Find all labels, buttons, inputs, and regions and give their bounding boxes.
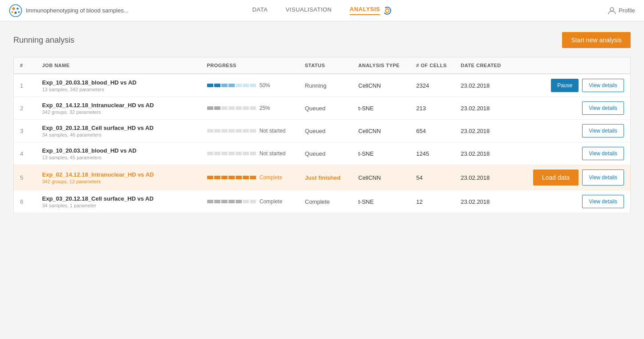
row-actions-cell: View details xyxy=(508,97,631,120)
row-num: 4 xyxy=(14,142,36,165)
progress-segment xyxy=(236,106,242,110)
progress-label: Complete xyxy=(260,174,286,181)
progress-segment xyxy=(236,129,242,133)
progress-segment xyxy=(214,176,220,179)
progress-label: 50% xyxy=(260,82,286,89)
row-actions: View details xyxy=(514,124,624,137)
progress-segment xyxy=(214,106,220,110)
row-job-name-cell: Exp_02_14.12.18_Intranuclear_HD vs AD 34… xyxy=(36,97,201,120)
row-actions-cell: View details xyxy=(508,120,631,142)
progress-wrapper: Complete xyxy=(207,198,293,205)
row-progress-cell: 25% xyxy=(201,97,299,120)
col-header-actions xyxy=(508,57,631,74)
row-actions: Load dataView details xyxy=(514,170,624,186)
progress-wrapper: Not started xyxy=(207,128,293,134)
job-name: Exp_10_20.03.18_blood_HD vs AD xyxy=(42,147,195,154)
progress-segment xyxy=(250,152,256,155)
row-actions: View details xyxy=(514,101,624,115)
start-new-analysis-button[interactable]: Start new analysis xyxy=(562,32,631,48)
row-type-cell: t-SNE xyxy=(352,190,410,213)
progress-bar xyxy=(207,84,256,87)
progress-segment xyxy=(228,152,235,155)
progress-segment xyxy=(221,176,228,179)
brand: Immunophenotyping of blood samples... xyxy=(9,4,129,17)
row-actions-cell: View details xyxy=(508,190,631,213)
progress-segment xyxy=(214,129,220,133)
progress-bar xyxy=(207,152,256,155)
svg-point-0 xyxy=(10,4,22,16)
table-row: 1 Exp_10_20.03.18_blood_HD vs AD 13 samp… xyxy=(14,74,631,97)
view-details-button[interactable]: View details xyxy=(582,147,624,160)
row-date-cell: 23.02.2018 xyxy=(455,142,508,165)
nav-analysis[interactable]: ANALYSIS xyxy=(350,6,380,15)
row-num: 2 xyxy=(14,97,36,120)
nav-data[interactable]: DATA xyxy=(252,6,268,15)
progress-segment xyxy=(236,176,242,179)
row-date-cell: 23.02.2018 xyxy=(455,165,508,190)
table-row: 3 Exp_03_20.12.18_Cell surface_HD vs AD … xyxy=(14,120,631,142)
row-status-cell: Queued xyxy=(299,97,352,120)
progress-segment xyxy=(243,152,249,155)
svg-point-1 xyxy=(12,7,15,10)
table-row: 4 Exp_10_20.03.18_blood_HD vs AD 13 samp… xyxy=(14,142,631,165)
row-cells-cell: 1245 xyxy=(410,142,455,165)
row-cells-cell: 654 xyxy=(410,120,455,142)
job-name: Exp_03_20.12.18_Cell surface_HD vs AD xyxy=(42,195,195,202)
row-status-cell: Queued xyxy=(299,120,352,142)
profile-label: Profile xyxy=(619,7,635,14)
status-text: Queued xyxy=(305,105,326,112)
svg-point-7 xyxy=(386,9,389,12)
svg-point-8 xyxy=(610,8,614,11)
row-cells-cell: 12 xyxy=(410,190,455,213)
progress-segment xyxy=(243,129,249,133)
view-details-button[interactable]: View details xyxy=(582,170,624,186)
row-num: 5 xyxy=(14,165,36,190)
row-type-cell: CellCNN xyxy=(352,120,410,142)
col-header-status: STATUS xyxy=(299,57,352,74)
progress-wrapper: Complete xyxy=(207,174,293,181)
progress-segment xyxy=(236,84,242,87)
row-progress-cell: Complete xyxy=(201,190,299,213)
progress-label: Not started xyxy=(260,128,286,134)
view-details-button[interactable]: View details xyxy=(582,124,624,137)
row-status-cell: Queued xyxy=(299,142,352,165)
row-job-name-cell: Exp_10_20.03.18_blood_HD vs AD 13 sample… xyxy=(36,142,201,165)
app-title: Immunophenotyping of blood samples... xyxy=(26,7,129,14)
row-status-cell: Running xyxy=(299,74,352,97)
job-sub: 34 samples, 46 parameters xyxy=(42,132,195,137)
svg-point-3 xyxy=(14,11,16,13)
progress-wrapper: 25% xyxy=(207,105,293,111)
app-logo xyxy=(9,4,22,17)
nav-links: DATA VISUALISATION ANALYSIS xyxy=(252,6,391,15)
status-text: Complete xyxy=(305,198,330,205)
col-header-cells: # OF CELLS xyxy=(410,57,455,74)
row-type-cell: CellCNN xyxy=(352,165,410,190)
progress-bar xyxy=(207,200,256,203)
nav-visualisation[interactable]: VISUALISATION xyxy=(285,6,332,15)
view-details-button[interactable]: View details xyxy=(582,195,624,208)
page-title: Running analysis xyxy=(13,36,74,45)
job-sub: 342 groups, 12 parameters xyxy=(42,179,195,184)
svg-point-6 xyxy=(384,7,391,14)
profile-icon xyxy=(608,7,616,15)
col-header-hash: # xyxy=(14,57,36,74)
pause-button[interactable]: Pause xyxy=(551,79,579,92)
progress-segment xyxy=(207,129,213,133)
view-details-button[interactable]: View details xyxy=(582,101,624,115)
progress-segment xyxy=(221,152,228,155)
progress-segment xyxy=(207,84,213,87)
job-name: Exp_03_20.12.18_Cell surface_HD vs AD xyxy=(42,125,195,131)
load-data-button[interactable]: Load data xyxy=(533,170,579,186)
progress-segment xyxy=(221,84,228,87)
progress-wrapper: 50% xyxy=(207,82,293,89)
progress-bar xyxy=(207,106,256,110)
progress-segment xyxy=(214,152,220,155)
job-sub: 34 samples, 1 parameter xyxy=(42,203,195,208)
view-details-button[interactable]: View details xyxy=(582,79,624,92)
profile-section[interactable]: Profile xyxy=(608,7,635,15)
row-date-cell: 23.02.2018 xyxy=(455,120,508,142)
progress-segment xyxy=(221,106,228,110)
progress-segment xyxy=(250,84,256,87)
row-num: 3 xyxy=(14,120,36,142)
progress-segment xyxy=(228,106,235,110)
